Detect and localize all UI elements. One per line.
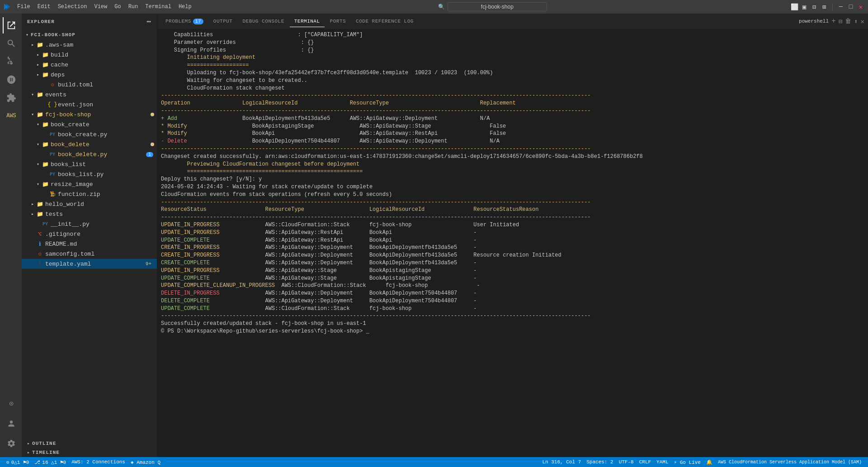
menu-edit[interactable]: Edit	[35, 3, 53, 11]
terminal-line: ========================================…	[161, 168, 864, 176]
terminal-line: Parameter overrides : {}	[161, 39, 864, 47]
terminal-line: CloudFormation stack changeset	[161, 85, 864, 92]
activity-remote[interactable]: ⊙	[3, 396, 19, 412]
readme-icon: ℹ	[36, 240, 43, 248]
branch-icon: ⎇	[34, 459, 40, 465]
menu-go[interactable]: Go	[112, 3, 123, 11]
activity-explorer[interactable]	[3, 17, 19, 33]
status-branch[interactable]: ⎇ 16 △1 ⚑0	[32, 457, 69, 467]
timeline-section[interactable]: ▸ Timeline	[22, 448, 157, 457]
tree-aws-sam[interactable]: ▸ 📁 .aws-sam	[22, 40, 157, 50]
tab-ports[interactable]: Ports	[326, 16, 351, 27]
titlebar-search[interactable]	[448, 2, 547, 11]
split-terminal-icon[interactable]: ⊟	[839, 18, 842, 25]
zip-icon: 🗜	[49, 191, 56, 198]
layout-editor-icon[interactable]: ▣	[801, 3, 808, 10]
activity-source-control[interactable]	[3, 53, 19, 70]
tree-fcj-book-shop[interactable]: ▾ 📁 fcj-book-shop	[22, 110, 157, 119]
outline-section[interactable]: ▸ Outline	[22, 439, 157, 448]
tab-problems[interactable]: Problems 17	[161, 16, 208, 27]
terminal-line: Initiating deployment	[161, 54, 864, 62]
tree-init-py[interactable]: ▸ PY __init__.py	[22, 219, 157, 229]
tree-book-delete[interactable]: ▾ 📁 book_delete	[22, 139, 157, 149]
menu-file[interactable]: File	[14, 3, 33, 11]
app-icon	[4, 3, 11, 10]
status-line-col[interactable]: Ln 316, Col 7	[539, 459, 584, 465]
tree-cache[interactable]: ▸ 📁 cache	[22, 60, 157, 70]
sidebar-content[interactable]: ▾ FCI-BOOK-SHOP ▸ 📁 .aws-sam ▸ 📁 build ▸…	[22, 30, 157, 439]
terminal-content[interactable]: Capabilities : ["CAPABILITY_IAM"] Parame…	[157, 29, 868, 457]
sidebar-more-icon[interactable]: ⋯	[146, 17, 151, 26]
terminal-line: Deploy this changeset? [y/N]: y	[161, 176, 864, 183]
tree-function-zip[interactable]: ▸ 🗜 function.zip	[22, 189, 157, 199]
layout-panel-icon[interactable]: ⊟	[811, 3, 818, 10]
activity-aws[interactable]: AWS	[3, 108, 19, 124]
tree-book-delete-py[interactable]: ▸ PY book_delete.py 1	[22, 149, 157, 159]
deps-label: deps	[51, 71, 157, 78]
terminal-line: Capabilities : ["CAPABILITY_IAM"]	[161, 31, 864, 39]
tree-book-create-py[interactable]: ▸ PY book_create.py	[22, 129, 157, 139]
terminal-line: UPDATE_IN_PROGRESS AWS::ApiGateway::Rest…	[161, 229, 864, 237]
tree-samconfig[interactable]: ▸ ⚙ samconfig.toml	[22, 249, 157, 259]
panel-tabs: Problems 17 Output Debug Console Termina…	[157, 14, 868, 29]
status-amazon-q[interactable]: ◈ Amazon Q	[128, 457, 163, 467]
add-terminal-icon[interactable]: +	[831, 17, 836, 25]
maximize-button[interactable]: □	[847, 3, 854, 10]
tree-event-json[interactable]: ▸ { } event.json	[22, 100, 157, 110]
tree-hello-world[interactable]: ▸ 📁 hello_world	[22, 199, 157, 209]
tree-gitignore[interactable]: ▸ ⌥ .gitignore	[22, 229, 157, 239]
aws-sam-arrow: ▸	[29, 41, 36, 48]
status-remote[interactable]: ⊙ 0△1 ⚑0	[4, 457, 32, 467]
close-button[interactable]: ✕	[857, 3, 864, 10]
template-yaml-label: template.yaml	[45, 261, 144, 267]
activity-search[interactable]	[3, 35, 19, 52]
minimize-button[interactable]: ─	[837, 3, 844, 10]
tree-book-create[interactable]: ▾ 📁 book_create	[22, 119, 157, 129]
search-icon: 🔍	[438, 4, 445, 10]
activity-extensions[interactable]	[3, 90, 19, 106]
terminal-line: Signing Profiles : {}	[161, 47, 864, 54]
layout-sidebar-icon[interactable]: ⬜	[791, 3, 798, 10]
tree-tests[interactable]: ▸ 📁 tests	[22, 209, 157, 219]
py-icon: PY	[42, 220, 49, 228]
tree-events[interactable]: ▾ 📁 events	[22, 90, 157, 100]
status-line-ending[interactable]: CRLF	[637, 459, 654, 465]
tab-code-reference-log[interactable]: Code Reference Log	[351, 16, 418, 27]
tab-terminal[interactable]: Terminal	[290, 16, 325, 27]
terminal-line: © PS D:\Workspace\Repo-github\series-ser…	[161, 328, 864, 335]
close-panel-icon[interactable]: ✕	[861, 18, 864, 25]
menu-terminal[interactable]: Terminal	[142, 3, 174, 11]
tab-debug-console[interactable]: Debug Console	[238, 16, 288, 27]
activity-accounts[interactable]	[3, 415, 19, 432]
status-aws[interactable]: AWS: 2 Connections	[69, 457, 128, 467]
tree-root[interactable]: ▾ FCI-BOOK-SHOP	[22, 30, 157, 40]
tree-build-toml[interactable]: ▸ ⚙ build.toml	[22, 80, 157, 90]
tab-output[interactable]: Output	[209, 16, 237, 27]
menu-run[interactable]: Run	[126, 3, 141, 11]
menu-help[interactable]: Help	[176, 3, 194, 11]
menu-view[interactable]: View	[91, 3, 110, 11]
activity-settings[interactable]	[3, 435, 19, 452]
layout-grid-icon[interactable]: ⊞	[821, 3, 828, 10]
tree-build[interactable]: ▸ 📁 build	[22, 50, 157, 60]
kill-terminal-icon[interactable]: 🗑	[845, 18, 851, 25]
tree-resize-image[interactable]: ▾ 📁 resize_image	[22, 179, 157, 189]
tree-books-list[interactable]: ▾ 📁 books_list	[22, 159, 157, 169]
status-spaces[interactable]: Spaces: 2	[584, 459, 616, 465]
modified-dot	[151, 113, 154, 116]
status-language[interactable]: YAML	[654, 459, 671, 465]
status-sam[interactable]: AWS CloudFormation Serverless Applicatio…	[715, 460, 864, 465]
status-notifications[interactable]: 🔔	[703, 459, 715, 465]
debug-console-label: Debug Console	[242, 19, 284, 24]
status-encoding[interactable]: UTF-8	[616, 459, 637, 465]
book-create-py-label: book_create.py	[58, 131, 157, 138]
badge-1: 1	[146, 152, 153, 157]
menu-selection[interactable]: Selection	[55, 3, 90, 11]
tree-deps[interactable]: ▸ 📁 deps	[22, 70, 157, 80]
tree-books-list-py[interactable]: ▸ PY books_list.py	[22, 169, 157, 179]
maximize-panel-icon[interactable]: ⬆	[854, 18, 858, 25]
activity-run-debug[interactable]	[3, 71, 19, 88]
tree-template-yaml[interactable]: ▸ ! template.yaml 9+	[22, 259, 157, 269]
status-go-live[interactable]: ⚡ Go Live	[671, 459, 703, 465]
tree-readme[interactable]: ▸ ℹ README.md	[22, 239, 157, 249]
